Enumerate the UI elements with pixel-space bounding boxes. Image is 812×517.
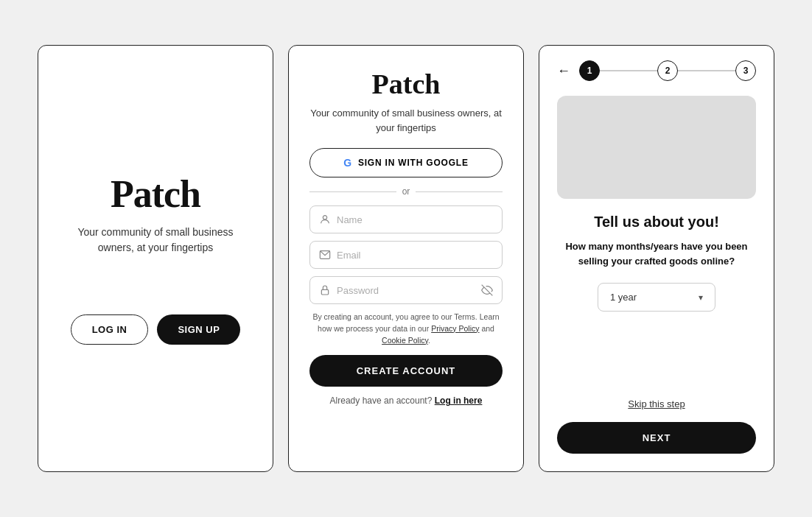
login-button[interactable]: LOG IN [71, 314, 149, 345]
signup-button[interactable]: SIGN UP [157, 314, 240, 345]
divider-line-left [309, 191, 396, 192]
create-account-button[interactable]: CREATE ACCOUNT [309, 355, 503, 387]
tell-us-title: Tell us about you! [557, 214, 756, 231]
screen-signup: Patch Your community of small business o… [288, 45, 524, 472]
duration-dropdown[interactable]: 1 year ▾ [598, 283, 715, 312]
eye-off-icon[interactable] [481, 284, 493, 296]
privacy-link[interactable]: Privacy Policy [431, 324, 479, 333]
email-icon [319, 249, 331, 261]
cookie-link[interactable]: Cookie Policy [382, 336, 428, 345]
divider: or [309, 186, 503, 197]
chevron-down-icon: ▾ [699, 292, 703, 303]
screen2-logo: Patch [372, 68, 441, 100]
screen3-bottom: Skip this step NEXT [557, 397, 756, 454]
step-line-2 [678, 70, 735, 71]
email-input[interactable] [337, 250, 493, 261]
step-2-circle: 2 [657, 60, 678, 81]
google-btn-label: SIGN IN WITH GOOGLE [358, 158, 469, 168]
name-input[interactable] [337, 214, 493, 225]
next-button[interactable]: NEXT [557, 422, 756, 454]
screen-onboarding: ← 1 2 3 Tell us about you! How many mont… [539, 45, 774, 472]
step-indicators: 1 2 3 [579, 60, 756, 81]
lock-icon [319, 284, 331, 296]
screen2-tagline: Your community of small business owners,… [309, 106, 503, 135]
back-button[interactable]: ← [557, 63, 570, 79]
person-icon [319, 214, 331, 225]
google-icon: G [343, 157, 352, 169]
skip-step-link[interactable]: Skip this step [628, 398, 685, 409]
screen1-logo: Patch [111, 172, 200, 216]
question-text: How many months/years have you been sell… [557, 239, 756, 268]
step-line-1 [600, 70, 657, 71]
divider-line-right [416, 191, 503, 192]
skip-link-container: Skip this step [557, 397, 756, 410]
profile-image-placeholder [557, 96, 756, 199]
svg-point-0 [323, 216, 326, 219]
google-signin-button[interactable]: G SIGN IN WITH GOOGLE [309, 148, 503, 177]
terms-text: By creating an account, you agree to our… [309, 312, 503, 346]
screen-welcome: Patch Your community of small business o… [38, 45, 273, 472]
screen1-btn-row: LOG IN SIGN UP [60, 314, 251, 345]
step-header: ← 1 2 3 [557, 60, 756, 81]
divider-text: or [402, 186, 410, 197]
already-text-label: Already have an account? [330, 395, 435, 406]
login-here-link[interactable]: Log in here [435, 395, 483, 406]
step-1-circle: 1 [579, 60, 600, 81]
dropdown-value: 1 year [610, 292, 637, 303]
password-field[interactable] [309, 276, 503, 304]
name-field[interactable] [309, 205, 503, 233]
screens-container: Patch Your community of small business o… [0, 23, 812, 494]
email-field[interactable] [309, 241, 503, 269]
svg-rect-2 [321, 289, 328, 295]
already-account-text: Already have an account? Log in here [330, 395, 483, 406]
password-input[interactable] [337, 285, 475, 296]
screen1-tagline: Your community of small business owners,… [60, 225, 251, 256]
step-3-circle: 3 [735, 60, 756, 81]
